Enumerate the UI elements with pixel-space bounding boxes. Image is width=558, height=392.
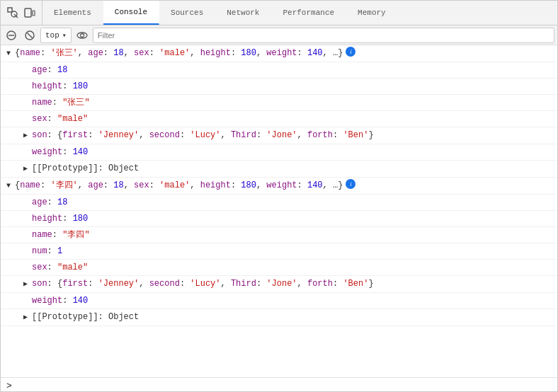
info-icon-1[interactable]: i (346, 47, 355, 57)
console-input[interactable] (15, 381, 552, 391)
console-output: {name: '张三', age: 18, sex: 'male', heigh… (1, 45, 557, 377)
expand-arrow-proto2[interactable] (23, 311, 32, 324)
obj1-prototype[interactable]: [[Prototype]]: Object (1, 161, 557, 178)
console-toolbar: top ▾ (1, 25, 557, 45)
tab-bar: Elements Console Sources Network Perform… (1, 1, 557, 25)
device-toggle-icon[interactable] (23, 6, 36, 19)
info-icon-2[interactable]: i (346, 179, 355, 189)
tab-sources[interactable]: Sources (159, 1, 215, 25)
svg-point-10 (80, 33, 84, 37)
clear-console-button[interactable] (4, 28, 19, 43)
expand-arrow-1[interactable] (6, 47, 15, 60)
tab-elements[interactable]: Elements (42, 1, 103, 25)
context-selector[interactable]: top ▾ (40, 28, 72, 43)
expand-arrow-son2[interactable] (23, 277, 32, 291)
obj2-prop-age: age: 18 (1, 195, 557, 211)
expand-arrow-son1[interactable] (23, 129, 32, 142)
expand-arrow-proto1[interactable] (23, 162, 32, 175)
obj1-prop-age: age: 18 (1, 62, 557, 79)
obj2-prop-height: height: 180 (1, 211, 557, 227)
console-prompt: > (6, 381, 12, 391)
tab-performance[interactable]: Performance (271, 1, 346, 25)
devtools-icons (1, 1, 42, 25)
obj2-prototype[interactable]: [[Prototype]]: Object (1, 309, 557, 326)
obj1-prop-height: height: 180 (1, 79, 557, 95)
tab-console[interactable]: Console (103, 1, 159, 25)
eye-icon[interactable] (74, 28, 90, 43)
obj2-prop-weight: weight: 140 (1, 293, 557, 309)
expand-arrow-2[interactable] (6, 179, 15, 192)
svg-rect-4 (33, 11, 35, 16)
obj2-prop-num: num: 1 (1, 243, 557, 260)
obj1-prop-sex: sex: "male" (1, 111, 557, 127)
obj2-prop-son[interactable]: son: {first: 'Jenney', second: 'Lucy', T… (1, 276, 557, 293)
obj1-prop-weight: weight: 140 (1, 144, 557, 161)
tab-network[interactable]: Network (215, 1, 271, 25)
obj2-prop-name: name: "李四" (1, 227, 557, 243)
inspect-icon[interactable] (6, 6, 19, 19)
chevron-down-icon: ▾ (62, 31, 67, 40)
tab-memory[interactable]: Memory (346, 1, 398, 25)
obj1-prop-name: name: "张三" (1, 95, 557, 111)
object1-header[interactable]: {name: '张三', age: 18, sex: 'male', heigh… (1, 45, 557, 62)
obj1-prop-son[interactable]: son: {first: 'Jenney', second: 'Lucy', T… (1, 127, 557, 144)
filter-input[interactable] (93, 28, 554, 43)
svg-line-8 (28, 33, 33, 38)
svg-rect-0 (8, 8, 12, 12)
console-input-area: > (1, 377, 557, 392)
object2-header[interactable]: {name: '李四', age: 18, sex: 'male', heigh… (1, 178, 557, 195)
block-icon[interactable] (22, 28, 38, 43)
obj2-prop-sex: sex: "male" (1, 260, 557, 276)
svg-rect-3 (25, 8, 31, 17)
